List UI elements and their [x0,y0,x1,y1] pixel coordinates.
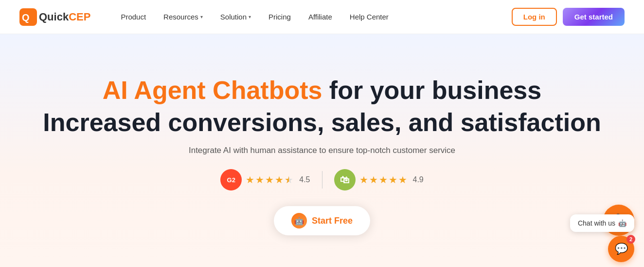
hero-section: AI Agent Chatbots for your business Incr… [0,34,644,267]
nav-item-product[interactable]: Product [114,9,153,25]
shopify-rating-group: 🛍 ★ ★ ★ ★ ★ 4.9 [334,169,424,191]
logo-cep-text: CEP [69,11,90,23]
logo[interactable]: Q QuickCEP [19,8,90,26]
nav-item-pricing[interactable]: Pricing [262,9,298,25]
svg-text:Q: Q [22,12,30,23]
hero-title-rest: for your business [322,76,541,104]
hero-title-line1: AI Agent Chatbots for your business [103,76,541,105]
startfree-icon: 🤖 [291,213,307,229]
chat-bubble-text: Chat with us [578,219,615,227]
g2-badge: G2 [220,169,242,191]
nav-actions: Log in Get started [512,8,625,26]
nav-item-solution[interactable]: Solution ▾ [214,9,258,25]
ratings-row: G2 ★ ★ ★ ★ ★★ 4.5 🛍 ★ ★ ★ ★ [220,169,424,191]
shopify-badge: 🛍 [334,169,356,191]
getstarted-button[interactable]: Get started [563,8,625,26]
nav-item-resources[interactable]: Resources ▾ [157,9,210,25]
chevron-down-icon: ▾ [200,14,203,19]
nav-links: Product Resources ▾ Solution ▾ Pricing A… [114,9,511,25]
chat-icon: 💬 [615,243,628,255]
nav-item-affiliate[interactable]: Affiliate [302,9,339,25]
g2-stars: ★ ★ ★ ★ ★★ [246,174,293,186]
chat-widget: Chat with us 🤖 2 💬 [570,214,634,262]
startfree-label: Start Free [312,216,353,226]
hero-title-orange: AI Agent Chatbots [103,76,322,104]
rating-divider [322,171,322,189]
logo-icon: Q [19,8,37,26]
chat-bubble: Chat with us 🤖 [570,214,634,232]
hero-title-line2: Increased conversions, sales, and satisf… [43,108,601,137]
g2-rating-group: G2 ★ ★ ★ ★ ★★ 4.5 [220,169,310,191]
chat-badge-count: 2 [626,235,635,244]
shopify-score: 4.9 [413,175,424,184]
chevron-down-icon: ▾ [249,14,251,19]
hero-subtitle: Integrate AI with human assistance to en… [189,146,455,155]
shopify-stars: ★ ★ ★ ★ ★ [359,174,407,186]
g2-score: 4.5 [299,175,310,184]
login-button[interactable]: Log in [512,8,557,26]
logo-quick-text: Quick [39,11,69,23]
chat-open-button[interactable]: 2 💬 [608,236,634,262]
start-free-button[interactable]: 🤖 Start Free [274,206,370,235]
navbar: Q QuickCEP Product Resources ▾ Solution … [0,0,644,34]
chat-emoji: 🤖 [618,219,626,227]
nav-item-helpcenter[interactable]: Help Center [343,9,395,25]
